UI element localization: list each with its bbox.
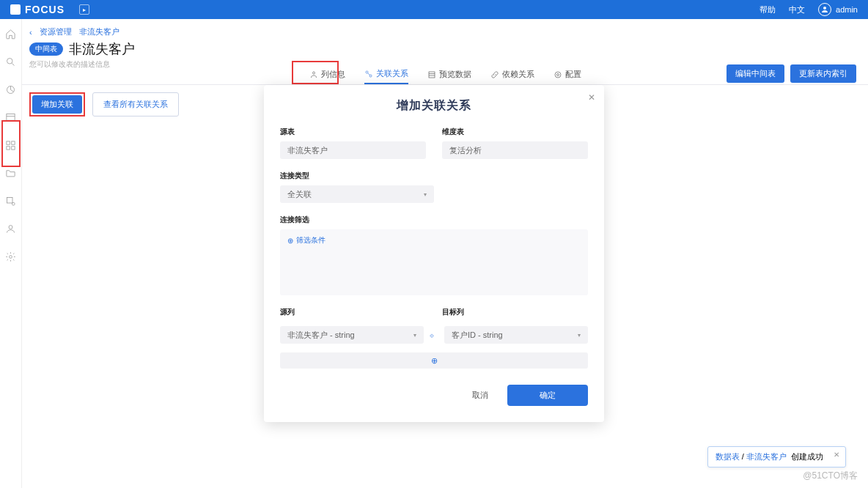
dim-table-input[interactable]	[442, 141, 588, 159]
svg-point-10	[10, 255, 12, 258]
svg-rect-14	[429, 72, 435, 78]
src-table-label: 源表	[280, 127, 426, 137]
preview-icon	[427, 70, 436, 79]
modal-title: 增加关联关系	[280, 98, 588, 114]
tgt-col-value: 客户ID - string	[452, 330, 503, 341]
join-type-select[interactable]: 全关联 ▾	[280, 185, 434, 203]
watermark: @51CTO博客	[803, 470, 858, 482]
tab-deps-label: 依赖关系	[502, 69, 534, 80]
tab-preview-label: 预览数据	[439, 69, 471, 80]
board-icon[interactable]	[5, 111, 17, 123]
filter-box: ⊕ 筛选条件	[280, 229, 588, 295]
chevron-down-icon: ▾	[578, 332, 581, 339]
svg-rect-7	[7, 197, 13, 203]
cancel-button[interactable]: 取消	[462, 385, 499, 405]
svg-rect-2	[7, 114, 15, 120]
help-link[interactable]: 帮助	[760, 4, 776, 15]
top-bar: FOCUS ▸ 帮助 中文 admin	[0, 0, 868, 19]
play-icon[interactable]: ▸	[79, 4, 89, 15]
tab-relations[interactable]: 关联关系	[364, 64, 408, 84]
user-menu[interactable]: admin	[818, 3, 858, 16]
filter-link-text: 筛选条件	[296, 235, 326, 245]
svg-point-11	[312, 72, 315, 74]
tab-relations-label: 关联关系	[376, 68, 408, 79]
user-icon[interactable]	[5, 223, 17, 234]
sidebar	[0, 19, 22, 488]
folder-icon[interactable]	[5, 167, 17, 179]
breadcrumb: ‹ 资源管理 非流失客户	[22, 19, 868, 40]
crumb-parent[interactable]: 资源管理	[40, 26, 72, 37]
filter-label: 连接筛选	[280, 215, 588, 225]
toast-link-name[interactable]: 非流失客户	[746, 452, 787, 461]
src-table-input[interactable]	[280, 141, 426, 159]
search-icon[interactable]	[5, 56, 17, 67]
tab-columns-label: 列信息	[321, 69, 345, 80]
add-column-pair-button[interactable]: ⊕	[280, 352, 588, 369]
logo-icon	[10, 4, 21, 15]
tab-deps[interactable]: 依赖关系	[490, 64, 534, 84]
src-col-select[interactable]: 非流失客户 - string ▾	[280, 326, 424, 344]
join-type-value: 全关联	[287, 189, 312, 200]
redbox-add-button: 增加关联	[29, 92, 85, 117]
config-icon	[553, 70, 562, 79]
chevron-down-icon: ▾	[413, 332, 416, 339]
svg-point-8	[12, 202, 15, 205]
tab-columns[interactable]: 列信息	[309, 64, 345, 84]
add-relation-modal: ✕ 增加关联关系 源表 维度表 连接类型 全关联 ▾ 连接筛选 ⊕ 筛选条件 源…	[264, 85, 604, 422]
toast: 数据表 / 非流失客户 创建成功 ✕	[707, 446, 846, 467]
dim-table-label: 维度表	[442, 127, 588, 137]
svg-rect-4	[12, 141, 15, 144]
relations-icon	[364, 70, 373, 78]
tab-preview[interactable]: 预览数据	[427, 64, 471, 84]
lang-link[interactable]: 中文	[789, 4, 805, 15]
brand-text: FOCUS	[25, 4, 65, 15]
close-icon[interactable]: ✕	[834, 451, 839, 459]
svg-point-16	[555, 72, 561, 78]
page-title: 非流失客户	[69, 40, 135, 58]
plus-circle-icon: ⊕	[287, 237, 293, 245]
tab-config-label: 配置	[565, 69, 581, 80]
svg-rect-3	[7, 141, 10, 144]
join-type-label: 连接类型	[280, 171, 588, 181]
columns-icon	[309, 70, 318, 79]
confirm-button[interactable]: 确定	[507, 385, 588, 406]
user-name: admin	[836, 5, 858, 14]
view-all-relations-button[interactable]: 查看所有关联关系	[92, 92, 179, 117]
grid-icon[interactable]	[5, 139, 17, 151]
svg-rect-6	[12, 146, 15, 149]
filter-link[interactable]: ⊕ 筛选条件	[287, 235, 581, 245]
back-arrow-icon[interactable]: ‹	[29, 28, 32, 37]
svg-rect-5	[7, 146, 10, 149]
type-badge: 中间表	[29, 42, 63, 56]
update-index-button[interactable]: 更新表内索引	[790, 64, 856, 83]
avatar-icon	[818, 3, 831, 16]
plus-icon: ⊕	[431, 356, 438, 366]
gear-icon[interactable]	[5, 251, 17, 262]
src-col-value: 非流失客户 - string	[287, 330, 355, 341]
tools-icon[interactable]	[5, 195, 17, 207]
tgt-col-label: 目标列	[442, 307, 588, 317]
chevron-down-icon: ▾	[424, 191, 427, 198]
edit-button[interactable]: 编辑中间表	[727, 64, 784, 83]
src-col-label: 源列	[280, 307, 426, 317]
chart-icon[interactable]	[5, 84, 17, 95]
toast-link-table[interactable]: 数据表	[716, 452, 740, 461]
close-icon[interactable]: ✕	[588, 92, 595, 103]
svg-point-9	[9, 225, 12, 229]
tab-config[interactable]: 配置	[553, 64, 581, 84]
crumb-current[interactable]: 非流失客户	[79, 26, 119, 37]
toast-sep: /	[742, 452, 744, 461]
deps-icon	[490, 70, 499, 79]
add-relation-button[interactable]: 增加关联	[32, 95, 82, 114]
link-icon: ⟐	[430, 331, 438, 339]
home-icon[interactable]	[5, 28, 17, 40]
tabs-bar: 列信息 关联关系 预览数据 依赖关系 配置 编辑中间表 更新表内索引	[22, 64, 868, 85]
svg-point-15	[556, 73, 559, 75]
svg-point-0	[7, 58, 13, 64]
tgt-col-select[interactable]: 客户ID - string ▾	[444, 326, 588, 344]
toast-msg: 创建成功	[791, 452, 823, 461]
logo[interactable]: FOCUS	[10, 4, 65, 15]
